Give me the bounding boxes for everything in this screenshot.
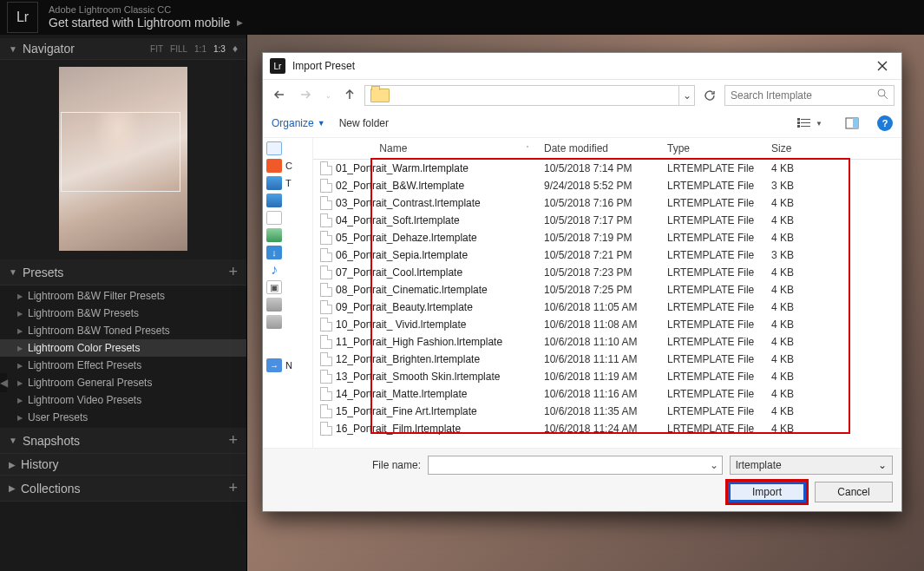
chevron-down-icon[interactable]: ⌄ [706,456,722,474]
col-size[interactable]: Size [764,138,825,159]
col-name[interactable]: Name˄ [313,138,537,159]
file-type: LRTEMPLATE File [660,213,764,228]
file-row[interactable]: 11_Portrait_High Fashion.lrtemplate10/6/… [313,333,898,351]
place-desktop[interactable] [266,194,309,207]
view-mode-button[interactable]: ▼ [792,115,827,132]
navigator-header[interactable]: ▼ Navigator FIT FILL 1:1 1:3 ♦ [0,38,246,60]
preset-item[interactable]: ▶Lightroom Color Presets [0,339,246,357]
preset-item[interactable]: ▶Lightroom Video Presets [0,391,246,409]
triangle-down-icon: ▼ [9,44,17,54]
place-drive[interactable] [266,298,309,312]
place-music[interactable]: ♪ [266,263,309,277]
file-row[interactable]: 15_Portrait_Fine Art.lrtemplate10/6/2018… [313,403,898,420]
preset-item[interactable]: ▶Lightroom B&W Toned Presets [0,322,246,339]
place-network[interactable]: →N [266,358,309,372]
place-documents[interactable] [266,211,309,225]
file-row[interactable]: 05_Portrait_Dehaze.lrtemplate10/5/2018 7… [313,229,898,246]
preset-item[interactable]: ▶Lightroom Effect Presets [0,357,246,374]
organize-button[interactable]: Organize ▼ [272,117,325,129]
new-folder-button[interactable]: New folder [339,117,389,129]
recent-button[interactable]: ⌄ [322,90,335,102]
preview-pane-button[interactable] [841,115,863,132]
place-downloads[interactable]: ↓ [266,246,309,259]
file-row[interactable]: 02_Portrait_B&W.lrtemplate9/24/2018 5:52… [313,177,898,194]
nav-zoom[interactable]: 1:3 [213,44,226,54]
help-button[interactable]: ? [877,115,893,131]
app-title[interactable]: Get started with Lightroom mobile [49,16,230,30]
navigator-title: Navigator [23,42,75,56]
import-button[interactable]: Import [728,482,806,502]
file-row[interactable]: 09_Portrait_Beauty.lrtemplate10/6/2018 1… [313,299,898,316]
crop-overlay[interactable] [61,112,180,192]
place-creative[interactable]: C [266,159,309,173]
place-drive2[interactable] [266,315,309,329]
filename-input[interactable]: ⌄ [428,456,723,475]
file-row[interactable]: 08_Portrait_Cinematic.lrtemplate10/5/201… [313,281,898,299]
back-button[interactable] [270,87,291,105]
cancel-button[interactable]: Cancel [815,482,893,502]
nav-fill[interactable]: FILL [170,44,187,54]
file-row[interactable]: 13_Portrait_Smooth Skin.lrtemplate10/6/2… [313,368,898,385]
up-button[interactable] [340,87,359,105]
file-row[interactable]: 04_Portrait_Soft.lrtemplate10/5/2018 7:1… [313,212,898,229]
plus-icon[interactable]: + [228,479,238,497]
file-size: 3 KB [764,247,825,263]
file-date: 10/5/2018 7:25 PM [537,282,660,298]
triangle-right-icon: ▶ [17,345,23,352]
file-row[interactable]: 01_Portrait_Warm.lrtemplate10/5/2018 7:1… [313,160,898,177]
place-quick[interactable] [266,141,309,155]
preset-label: User Presets [28,411,88,423]
preset-item[interactable]: ▶Lightroom B&W Filter Presets [0,287,246,305]
path-dropdown[interactable]: ⌄ [678,86,694,105]
nav-1to1[interactable]: 1:1 [194,44,206,54]
file-row[interactable]: 10_Portrait_ Vivid.lrtemplate10/6/2018 1… [313,316,898,333]
preset-item[interactable]: ▶Lightroom General Presets [0,374,246,391]
presets-header[interactable]: ▼ Presets + [0,259,246,286]
triangle-right-icon[interactable]: ▶ [237,18,243,28]
file-icon [320,161,332,175]
address-bar[interactable]: ⌄ [364,85,695,106]
file-type: LRTEMPLATE File [660,282,764,298]
place-pictures[interactable] [266,228,309,242]
file-row[interactable]: 07_Portrait_Cool.lrtemplate10/5/2018 7:2… [313,264,898,281]
file-row[interactable]: 14_Portrait_Matte.lrtemplate10/6/2018 11… [313,385,898,403]
file-date: 10/6/2018 11:24 AM [537,421,660,436]
nav-fit[interactable]: FIT [150,44,163,54]
plus-icon[interactable]: + [228,431,238,450]
snapshots-header[interactable]: ▼ Snapshots + [0,428,246,454]
col-date[interactable]: Date modified [537,138,660,159]
file-row[interactable]: 06_Portrait_Sepia.lrtemplate10/5/2018 7:… [313,246,898,264]
search-field[interactable] [724,85,895,106]
col-type[interactable]: Type [660,138,764,159]
column-headers[interactable]: Name˄ Date modified Type Size [313,138,901,160]
refresh-button[interactable] [700,86,719,105]
close-icon [877,61,888,71]
chevron-updown-icon[interactable]: ♦ [233,43,238,55]
navigator-preview[interactable] [0,60,246,259]
preset-item[interactable]: ▶Lightroom B&W Presets [0,305,246,322]
plus-icon[interactable]: + [228,263,238,281]
place-videos[interactable]: ▣ [266,280,309,294]
triangle-right-icon: ▶ [17,397,23,404]
collections-header[interactable]: ▶ Collections + [0,476,246,502]
file-row[interactable]: 03_Portrait_Contrast.lrtemplate10/5/2018… [313,194,898,212]
svg-rect-8 [853,118,858,128]
file-type-filter[interactable]: lrtemplate ⌄ [730,456,893,475]
file-type: LRTEMPLATE File [660,247,764,263]
file-size: 4 KB [764,421,825,436]
preset-label: Lightroom General Presets [28,377,152,389]
file-name: 16_Portrait_Film.lrtemplate [336,423,461,435]
panel-collapse-left[interactable]: ◀ [0,373,7,392]
file-row[interactable]: 16_Portrait_Film.lrtemplate10/6/2018 11:… [313,420,898,437]
forward-button[interactable] [296,87,317,105]
file-icon [320,266,332,279]
preset-item[interactable]: ▶User Presets [0,409,246,426]
preset-label: Lightroom Color Presets [28,342,140,354]
place-thispc[interactable]: T [266,176,309,190]
file-size: 4 KB [764,317,825,332]
search-input[interactable] [731,89,874,102]
close-button[interactable] [870,58,895,74]
file-row[interactable]: 12_Portrait_Brighten.lrtemplate10/6/2018… [313,351,898,368]
history-header[interactable]: ▶ History [0,454,246,476]
refresh-icon [704,89,716,102]
